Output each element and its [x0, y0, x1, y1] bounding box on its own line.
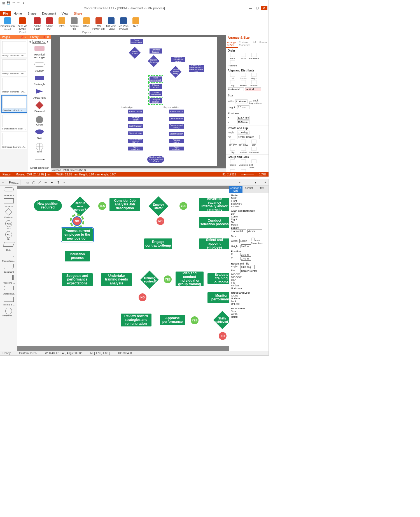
flow-node[interactable]: Patient history	[128, 110, 143, 113]
flow-node[interactable]: NO	[139, 293, 146, 301]
ribbon-btn[interactable]: SVG	[130, 17, 141, 30]
prop-btn[interactable]: Flip	[228, 147, 238, 154]
library-shape[interactable]: Sequentia ...	[1, 308, 17, 317]
prop-btn[interactable]: Bottom	[249, 80, 259, 87]
prop-tab[interactable]: Text	[255, 186, 269, 193]
lock-proportions[interactable]	[249, 98, 252, 101]
flow-node[interactable]: Primary survey	[150, 84, 162, 89]
panel-pin-icon[interactable]: 📌 ✕	[43, 36, 49, 39]
close-button[interactable]: ✕	[261, 6, 267, 10]
prop-btn[interactable]: Flip	[231, 281, 267, 284]
prop-btn[interactable]: Group	[231, 294, 267, 297]
qat-undo-icon[interactable]: ↶	[11, 1, 15, 5]
prop-btn[interactable]: Vertical	[231, 284, 267, 287]
angle-input[interactable]	[237, 131, 249, 135]
flow-node[interactable]: Reassessment Survey	[128, 139, 143, 143]
library-shape[interactable]: Arrow right	[28, 87, 51, 101]
ribbon-btn[interactable]: Graphic file	[69, 17, 80, 30]
ribbon-tab-home[interactable]: Home	[11, 11, 25, 16]
prop-tab[interactable]: Arrange & Size	[226, 40, 238, 48]
library-shape[interactable]: NONo	[1, 231, 17, 240]
flow-node[interactable]: Appraise performance	[160, 315, 185, 325]
prop-btn[interactable]: Backward	[249, 53, 259, 60]
prop-tab[interactable]: Custom Properties	[238, 40, 252, 48]
flow-node[interactable]: Remove patient from hazards	[171, 57, 185, 62]
prop-btn[interactable]: 90° CW	[228, 140, 238, 146]
flow-node[interactable]: Begin treatment	[128, 147, 143, 150]
prop-btn[interactable]: 180°	[231, 279, 267, 281]
flow-node[interactable]: Rapid assessment	[150, 76, 162, 82]
flow-node[interactable]: Call for and await backup to make the sc…	[189, 65, 204, 72]
prop-btn[interactable]: UnLock	[238, 169, 248, 172]
prop-btn[interactable]: Horizontal	[231, 287, 267, 290]
page-thumbnail[interactable]: Swimlane diagram - Appr...	[1, 132, 27, 149]
qat-more-icon[interactable]: ▾	[22, 1, 25, 5]
width-input[interactable]	[235, 99, 248, 103]
prop-btn[interactable]: Forward	[228, 60, 238, 67]
flow-node[interactable]: Scene is safe	[129, 47, 141, 59]
ribbon-btn[interactable]: EPS	[56, 17, 67, 30]
flow-node[interactable]: YES	[191, 316, 199, 324]
prop-tab[interactable]: Format	[258, 40, 269, 48]
library-shape[interactable]: Circle	[28, 114, 51, 128]
library-shape[interactable]: Decision	[1, 209, 17, 219]
prop-btn[interactable]: Top	[228, 80, 238, 87]
tab-name[interactable]: Flowc...	[7, 180, 20, 185]
rect-tool-icon[interactable]: ▭	[25, 180, 30, 185]
prop-btn[interactable]: Forward	[231, 205, 267, 208]
prop-btn[interactable]: Lock	[228, 169, 238, 172]
flow-node[interactable]: Undertake training needs analysis	[101, 273, 132, 286]
ribbon-btn[interactable]: Send via Email	[17, 17, 28, 30]
line-tool-icon[interactable]: ／	[37, 180, 42, 185]
flow-node[interactable]: Scene Assessment	[130, 39, 143, 44]
qat-save-icon[interactable]: 💾	[6, 1, 10, 5]
ribbon-tab-share[interactable]: Share	[71, 11, 85, 16]
prop-tab[interactable]: Format	[242, 186, 256, 193]
page-tab[interactable]: lowchart - EMR process (8/10)	[52, 169, 86, 171]
prop-tab[interactable]: Info	[252, 40, 258, 48]
width-input[interactable]	[239, 239, 250, 243]
prop-btn[interactable]: Lock	[231, 300, 267, 303]
qat-icon[interactable]: ▧	[1, 1, 5, 5]
prop-btn[interactable]: Middle	[231, 224, 267, 226]
flow-node[interactable]: YES	[179, 202, 187, 210]
prop-btn[interactable]: Group	[228, 159, 238, 169]
flow-node[interactable]: NO	[157, 217, 164, 225]
library-shape[interactable]: Rectangle	[28, 74, 51, 87]
prop-btn[interactable]: Front	[231, 200, 267, 202]
prop-btn[interactable]: Width	[231, 313, 267, 316]
ribbon-btn[interactable]: HTML	[81, 17, 92, 30]
library-shape[interactable]: Oval	[28, 128, 51, 141]
ribbon-btn[interactable]: Adobe PDF	[44, 17, 55, 30]
page-thumbnail[interactable]: Functional flow block diag...	[1, 114, 27, 131]
flow-node[interactable]: Review reward strategies and remuneratio…	[121, 314, 151, 326]
flow-node[interactable]: Eliminate hazards	[150, 48, 162, 54]
ribbon-tab-file[interactable]: File	[0, 11, 11, 16]
flow-node[interactable]: Transport decision	[150, 98, 162, 103]
flow-node[interactable]: Hazards eliminated	[148, 55, 160, 67]
library-shape[interactable]: Terminator	[1, 187, 17, 197]
library-shape[interactable]: Document	[1, 264, 17, 273]
prop-btn[interactable]: 180°	[249, 140, 259, 146]
pin-input[interactable]	[237, 135, 260, 139]
y-input[interactable]	[241, 257, 251, 261]
library-shape[interactable]: Stadium	[28, 61, 51, 74]
ellipse-tool-icon[interactable]: ◯	[31, 180, 36, 185]
flow-node[interactable]: Monitor performance	[207, 292, 229, 303]
prop-btn[interactable]: UnGroup	[231, 297, 267, 300]
pointer-icon[interactable]: ↖	[1, 180, 6, 185]
flow-node[interactable]: Process current employee to the new posi…	[62, 228, 93, 241]
library-shape[interactable]: Process	[1, 198, 17, 208]
curve-tool-icon[interactable]: 〰	[43, 180, 48, 185]
qat-redo-icon[interactable]: ↷	[17, 1, 20, 5]
pen-tool-icon[interactable]: ✒	[50, 180, 55, 185]
prop-btn[interactable]: Center	[238, 73, 248, 80]
prop-btn[interactable]: Vertical	[238, 147, 248, 154]
prop-btn[interactable]: Right	[249, 73, 259, 80]
flow-node[interactable]: Evaluate training outcome	[207, 273, 229, 284]
ribbon-btn[interactable]: Adobe Flash	[32, 17, 43, 30]
flow-node[interactable]: YES	[164, 275, 172, 283]
horizontal-distribute[interactable]	[228, 87, 244, 91]
library-shape[interactable]: Stored data	[1, 286, 17, 295]
ribbon-btn[interactable]: Presentation	[2, 17, 13, 27]
